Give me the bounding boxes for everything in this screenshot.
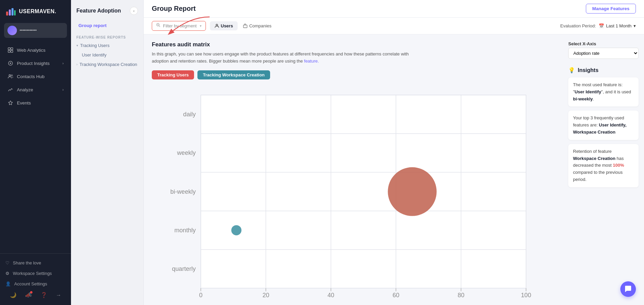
sidebar-item-events[interactable]: Events <box>2 96 69 109</box>
logout-icon[interactable]: → <box>56 292 61 298</box>
sidebar-item-web-analytics[interactable]: Web Analytics <box>2 44 69 56</box>
top-bar: Group Report Manage Features <box>144 0 644 18</box>
users-tab-icon <box>215 24 219 28</box>
settings-icon: ⚙ <box>5 271 9 276</box>
tracking-users-chevron: ▾ <box>76 44 78 47</box>
svg-rect-4 <box>8 48 10 50</box>
svg-point-10 <box>9 75 11 76</box>
svg-text:weekly: weekly <box>177 149 196 156</box>
chat-button[interactable] <box>620 281 636 297</box>
x-axis-select[interactable]: Adoption rate <box>568 48 639 59</box>
product-insights-chevron: › <box>63 62 64 65</box>
tracking-workspace-chevron: › <box>76 63 77 66</box>
group-report-label: Group report <box>78 23 106 28</box>
sidebar-logo: USERMAVEN. <box>0 0 71 23</box>
svg-text:60: 60 <box>392 292 399 298</box>
sidebar-item-contacts-hub[interactable]: Contacts Hub <box>2 70 69 83</box>
chart-desc-link[interactable]: feature. <box>304 58 319 64</box>
insight-3-percentage: 100% <box>613 163 624 168</box>
manage-features-button[interactable]: Manage Features <box>586 4 636 14</box>
tracking-users-tree-item[interactable]: ▾ Tracking Users <box>71 41 143 50</box>
sidebar-item-product-insights[interactable]: Product Insights › <box>2 57 69 70</box>
help-icon[interactable]: ❓ <box>41 292 47 298</box>
sidebar-nav: Web Analytics Product Insights › <box>0 43 71 253</box>
companies-tab[interactable]: Companies <box>238 21 276 30</box>
insights-title: 💡 Insights <box>568 67 639 73</box>
sidebar-item-account-settings[interactable]: 👤 Account Settings <box>0 279 71 289</box>
main-area: Feature Adoption ‹ Group report FEATURE-… <box>71 0 644 305</box>
companies-tab-label: Companies <box>249 23 271 28</box>
workspace-name: •••••••••••• <box>20 28 64 33</box>
svg-rect-15 <box>243 25 247 28</box>
page-title: Group Report <box>152 5 196 13</box>
svg-text:100: 100 <box>521 292 531 298</box>
insight-card-3: Retention of feature Workspace Creation … <box>568 144 639 187</box>
user-identify-sub-item[interactable]: User Identify <box>71 50 143 60</box>
segment-filter-placeholder: Filter by segment <box>163 23 197 28</box>
collapse-panel-button[interactable]: ‹ <box>130 7 138 15</box>
x-axis-select-label: Select X-Axis <box>568 41 639 46</box>
account-icon: 👤 <box>5 281 11 286</box>
eval-period-chevron: ▾ <box>634 23 636 28</box>
svg-text:40: 40 <box>328 292 334 298</box>
sidebar-label-events: Events <box>17 100 64 105</box>
tracking-workspace-label: Tracking Workspace Creation <box>79 62 137 67</box>
insights-icon: 💡 <box>568 67 575 73</box>
insight-3-feature: Workspace Creation <box>573 156 615 161</box>
legend-tracking-workspace[interactable]: Tracking Workspace Creation <box>197 70 270 79</box>
feature-panel: Feature Adoption ‹ Group report FEATURE-… <box>71 0 144 305</box>
svg-text:80: 80 <box>458 292 464 298</box>
insight-card-2: Your top 3 frequently used features are:… <box>568 111 639 140</box>
sidebar-item-workspace-settings[interactable]: ⚙ Workspace Settings <box>0 268 71 279</box>
user-company-tabs: Users Companies <box>210 21 276 30</box>
eval-period-label: Evaluation Period: <box>560 23 596 28</box>
svg-point-11 <box>11 75 13 76</box>
analyze-icon <box>7 87 14 93</box>
insight-1-feature: User Identify <box>575 89 601 94</box>
tracking-workspace-tree-item[interactable]: › Tracking Workspace Creation <box>71 60 143 69</box>
content-body: Features audit matrix In this graph, you… <box>144 34 644 305</box>
svg-text:bi-weekly: bi-weekly <box>170 188 196 195</box>
sidebar-label-analyze: Analyze <box>17 87 59 92</box>
svg-text:monthly: monthly <box>174 227 196 234</box>
share-love-label: Share the love <box>13 260 41 265</box>
segment-filter-dropdown[interactable]: Filter by segment ▾ <box>152 21 206 31</box>
dark-mode-icon[interactable]: 🌙 <box>10 292 17 298</box>
bubble-chart-svg: daily weekly bi-weekly monthly quarterly… <box>152 85 555 298</box>
web-analytics-icon <box>7 47 14 53</box>
svg-point-9 <box>10 63 11 64</box>
filter-bar: Filter by segment ▾ Users Companies <box>144 18 644 34</box>
notifications-icon[interactable]: 📣 <box>25 292 32 298</box>
workspace-avatar <box>7 26 17 35</box>
bubble-workspace-creation[interactable] <box>388 167 436 216</box>
sidebar-item-share-love[interactable]: ♡ Share the love <box>0 258 71 268</box>
legend-tracking-users[interactable]: Tracking Users <box>152 70 194 79</box>
svg-rect-5 <box>11 48 13 50</box>
group-report-nav-item[interactable]: Group report <box>73 20 141 31</box>
chart-section: Features audit matrix In this graph, you… <box>144 34 563 305</box>
evaluation-period: Evaluation Period: 📅 Last 1 Month ▾ <box>560 23 636 28</box>
feature-panel-title: Feature Adoption <box>76 8 121 14</box>
workspace-selector[interactable]: •••••••••••• <box>4 23 67 38</box>
sidebar-bottom: ♡ Share the love ⚙ Workspace Settings 👤 … <box>0 253 71 305</box>
segment-filter-chevron: ▾ <box>200 24 201 28</box>
users-tab[interactable]: Users <box>210 21 238 30</box>
chart-legend: Tracking Users Tracking Workspace Creati… <box>152 70 555 79</box>
svg-text:20: 20 <box>262 292 269 298</box>
svg-point-14 <box>216 24 218 26</box>
chat-icon <box>624 285 632 293</box>
insight-2-features: User Identify, Workspace Creation <box>573 122 626 135</box>
svg-text:daily: daily <box>183 111 196 118</box>
feature-wise-reports-label: FEATURE-WISE REPORTS <box>71 31 143 41</box>
sidebar-icon-row: 🌙 📣 ❓ → <box>0 289 71 301</box>
bubble-chart-wrapper: daily weekly bi-weekly monthly quarterly… <box>152 85 555 298</box>
heart-icon: ♡ <box>5 260 9 265</box>
sidebar-item-analyze[interactable]: Analyze › <box>2 83 69 96</box>
workspace-settings-label: Workspace Settings <box>13 271 52 276</box>
tracking-users-label: Tracking Users <box>80 43 110 48</box>
user-identify-label: User Identify <box>82 52 106 57</box>
svg-rect-7 <box>11 50 13 52</box>
eval-period-selector[interactable]: 📅 Last 1 Month ▾ <box>599 23 636 28</box>
bubble-user-identify[interactable] <box>231 225 241 235</box>
svg-rect-2 <box>11 8 14 16</box>
